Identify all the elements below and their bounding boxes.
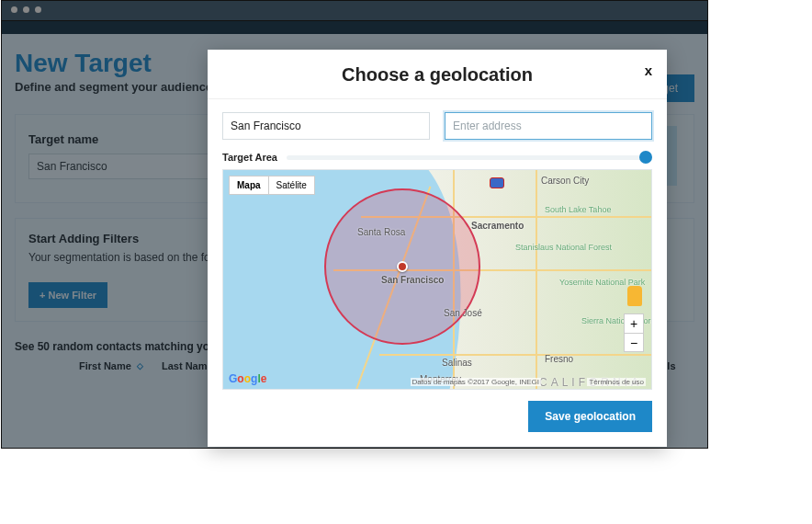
window-chrome	[1, 0, 708, 20]
target-area-slider[interactable]	[287, 151, 652, 164]
map-type-switch: Mapa Satélite	[229, 176, 315, 195]
city-label: San Francisco	[381, 275, 444, 285]
modal-body: Target Area San Francisco San José Sacra…	[208, 99, 667, 447]
traffic-light-close[interactable]	[11, 6, 17, 13]
streetview-pegman-icon[interactable]	[627, 286, 642, 306]
park-label: South Lake Tahoe	[545, 205, 611, 214]
highway-shield-icon	[490, 177, 504, 188]
traffic-light-zoom[interactable]	[35, 6, 41, 13]
map-road	[379, 354, 652, 356]
city-label: Santa Rosa	[357, 227, 405, 237]
geolocation-address-input[interactable]	[445, 112, 652, 140]
city-label: Sacramento	[471, 221, 524, 231]
map-zoom-control: + −	[624, 313, 644, 352]
traffic-light-minimize[interactable]	[23, 6, 29, 13]
city-label: San José	[444, 308, 482, 318]
map-type-map[interactable]: Mapa	[230, 177, 268, 194]
map-type-satellite[interactable]: Satélite	[268, 177, 314, 194]
city-label: Fresno	[545, 354, 573, 364]
slider-track	[287, 155, 652, 160]
map-attribution: Datos de mapas ©2017 Google, INEGI	[411, 378, 541, 386]
city-label: Salinas	[442, 358, 472, 368]
zoom-in-button[interactable]: +	[625, 314, 643, 333]
map-canvas[interactable]: San Francisco San José Sacramento Santa …	[222, 169, 652, 390]
map-center-pin-icon[interactable]	[397, 261, 408, 272]
zoom-out-button[interactable]: −	[625, 333, 643, 351]
target-area-label: Target Area	[222, 152, 277, 163]
geolocation-name-input[interactable]	[222, 112, 430, 140]
city-label: Carson City	[541, 176, 589, 186]
slider-thumb[interactable]	[639, 151, 652, 164]
save-geolocation-button[interactable]: Save geolocation	[528, 401, 652, 432]
park-label: Stanislaus National Forest	[515, 244, 612, 253]
modal-title: Choose a geolocation	[208, 64, 667, 85]
map-terms-link[interactable]: Términos de uso	[587, 378, 646, 386]
map-road	[536, 170, 537, 390]
modal-close-button[interactable]: x	[645, 63, 652, 78]
modal-header: Choose a geolocation x	[208, 50, 667, 99]
google-logo: Google	[229, 372, 266, 385]
geolocation-modal: Choose a geolocation x Target Area	[208, 50, 667, 447]
